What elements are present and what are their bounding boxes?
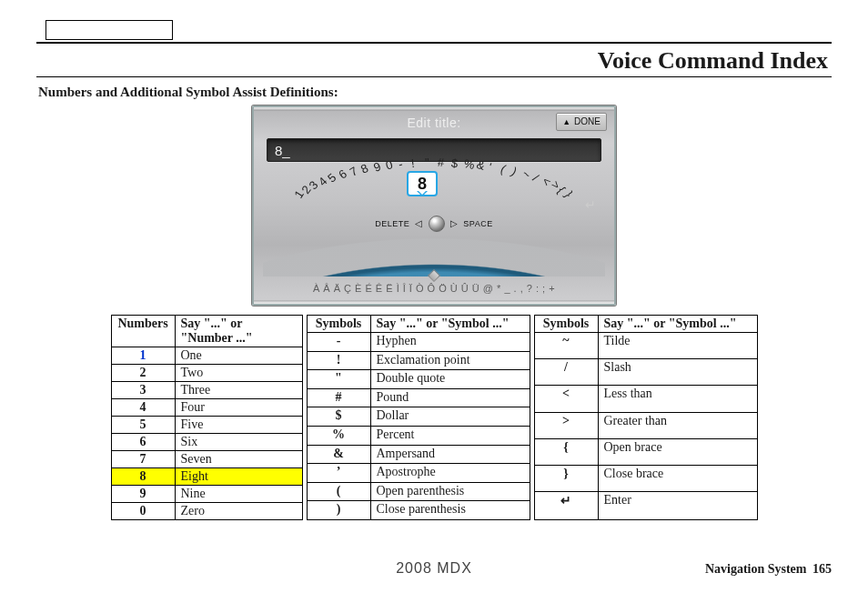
table-row: $Dollar: [307, 407, 530, 427]
definitions-tables: Numbers Say "..." or "Number ..." 1One2T…: [36, 315, 832, 520]
table-row: 3Three: [111, 382, 302, 399]
say-cell: Apostrophe: [370, 464, 530, 483]
number-cell: 7: [111, 451, 175, 468]
say-cell: Hyphen: [370, 333, 530, 352]
say-cell: Seven: [175, 451, 302, 468]
say-cell: Zero: [175, 503, 302, 520]
symbols-table-2: Symbols Say "..." or "Symbol ..." ~Tilde…: [534, 315, 758, 520]
header-rule-top: [36, 42, 832, 44]
symbols2-header-1: Say "..." or "Symbol ...": [598, 316, 757, 333]
symbols-table-1: Symbols Say "..." or "Symbol ..." -Hyphe…: [307, 315, 530, 520]
numbers-header-0: Numbers: [111, 316, 175, 347]
numbers-header-1: Say "..." or "Number ...": [175, 316, 302, 347]
section-heading: Numbers and Additional Symbol Assist Def…: [38, 85, 832, 100]
say-cell: Three: [175, 382, 302, 399]
table-row: (Open parenthesis: [307, 482, 530, 501]
arc-char[interactable]: ": [425, 156, 429, 168]
symbol-cell: ): [307, 501, 370, 520]
symbol-cell: /: [534, 359, 598, 386]
table-row: 1One: [111, 347, 302, 365]
table-row: ~Tilde: [534, 333, 757, 359]
symbol-cell: ’: [307, 464, 370, 483]
triangle-right-icon[interactable]: ▷: [450, 219, 459, 228]
footer-page-number: 165: [812, 562, 832, 576]
character-arc[interactable]: 1234567890-!"#$%&'()~/<>{} ↵ DELETE ◁ ▷ …: [254, 167, 614, 276]
delete-label[interactable]: DELETE: [375, 220, 409, 228]
symbol-cell: !: [307, 351, 370, 370]
table-row: ’Apostrophe: [307, 464, 530, 483]
symbol-cell: %: [307, 426, 370, 445]
symbols1-header-1: Say "..." or "Symbol ...": [370, 316, 530, 333]
symbol-cell: &: [307, 445, 370, 464]
symbol-cell: {: [534, 438, 598, 465]
table-row: !Exclamation point: [307, 351, 530, 370]
say-cell: Open brace: [598, 438, 757, 465]
symbol-cell: #: [307, 388, 370, 407]
say-cell: Four: [175, 399, 302, 417]
say-cell: Six: [175, 434, 302, 451]
table-row: #Pound: [307, 388, 530, 407]
table-row: 5Five: [111, 417, 302, 434]
table-row: 0Zero: [111, 503, 302, 520]
number-cell: 8: [111, 468, 175, 486]
enter-icon: ↵: [534, 492, 598, 520]
say-cell: Close brace: [598, 466, 757, 492]
table-row: 9Nine: [111, 486, 302, 503]
symbol-cell: ": [307, 370, 370, 389]
table-row: 4Four: [111, 399, 302, 417]
table-row: }Close brace: [534, 466, 757, 492]
say-cell: Percent: [370, 426, 530, 445]
say-cell: Tilde: [598, 333, 757, 359]
say-cell: Double quote: [370, 370, 530, 389]
table-row: 2Two: [111, 365, 302, 382]
done-label: DONE: [574, 117, 601, 126]
symbol-cell: -: [307, 333, 370, 352]
arc-char[interactable]: %: [463, 157, 476, 171]
say-cell: Slash: [598, 359, 757, 386]
title-input[interactable]: 8_: [267, 138, 601, 162]
say-cell: Two: [175, 365, 302, 382]
triangle-left-icon[interactable]: ◁: [415, 219, 423, 228]
table-row: &Ampersand: [307, 445, 530, 464]
footer-nav-label: Navigation System: [705, 562, 807, 576]
triangle-up-icon: ▲: [562, 118, 570, 126]
table-row: /Slash: [534, 359, 757, 386]
say-cell: Nine: [175, 486, 302, 503]
symbols1-header-0: Symbols: [307, 316, 370, 333]
enter-icon[interactable]: ↵: [585, 198, 596, 211]
say-cell: Dollar: [370, 407, 530, 427]
arc-char[interactable]: }: [563, 189, 575, 199]
symbol-cell: >: [534, 412, 598, 438]
say-cell: Open parenthesis: [370, 482, 530, 501]
table-row: 6Six: [111, 434, 302, 451]
table-row: %Percent: [307, 426, 530, 445]
diacritics-strip[interactable]: À Â Ä Ç È É Ê Ë Ì Î Ï Ò Ô Ö Ù Û Ü @ * _ …: [254, 278, 614, 298]
space-label[interactable]: SPACE: [463, 220, 492, 228]
table-row: 7Seven: [111, 451, 302, 468]
say-cell: Five: [175, 417, 302, 434]
symbols2-header-0: Symbols: [534, 316, 598, 333]
header-small-box: [45, 20, 173, 40]
arc-char[interactable]: ': [487, 161, 493, 173]
header-rule-bottom: [36, 76, 832, 77]
edit-title-screenshot: Edit title: ▲ DONE 8_ 8 1234567890-!"#$%…: [252, 106, 616, 306]
number-cell: 4: [111, 399, 175, 417]
say-cell: Ampersand: [370, 445, 530, 464]
say-cell: Pound: [370, 388, 530, 407]
say-cell: Eight: [175, 468, 302, 486]
table-row: ↵Enter: [534, 492, 757, 520]
symbol-cell: ~: [534, 333, 598, 359]
done-button[interactable]: ▲ DONE: [556, 113, 607, 131]
say-cell: Less than: [598, 386, 757, 412]
say-cell: One: [175, 347, 302, 365]
arc-char[interactable]: $: [450, 156, 459, 169]
number-cell: 1: [111, 347, 175, 365]
arc-char[interactable]: #: [438, 156, 445, 168]
say-cell: Enter: [598, 492, 757, 520]
numbers-table: Numbers Say "..." or "Number ..." 1One2T…: [111, 315, 303, 520]
say-cell: Close parenthesis: [370, 501, 530, 520]
table-row: <Less than: [534, 386, 757, 412]
rotary-knob-icon[interactable]: [429, 216, 445, 232]
number-cell: 0: [111, 503, 175, 520]
page-title: Voice Command Index: [598, 47, 828, 75]
